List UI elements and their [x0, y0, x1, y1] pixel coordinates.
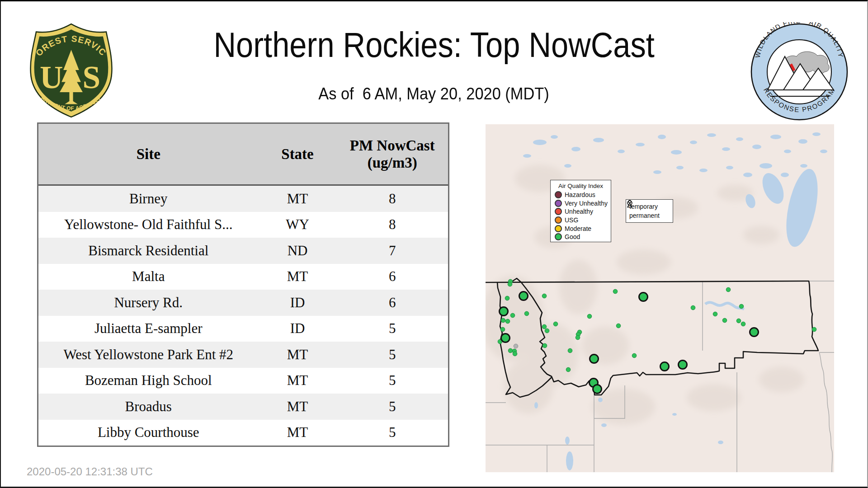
cell-state: MT — [259, 191, 337, 207]
page-subtitle: As of 6 AM, May 20, 2020 (MDT) — [319, 85, 550, 102]
aqi-legend-item: Moderate — [555, 224, 611, 233]
monitor-dot-permanent-good[interactable] — [726, 287, 731, 292]
monitor-dot-permanent-good[interactable] — [566, 367, 571, 372]
cell-value: 8 — [337, 216, 448, 233]
monitor-dot-temporary-good[interactable] — [519, 292, 528, 300]
header-state: State — [259, 145, 337, 163]
cell-state: MT — [259, 268, 337, 285]
aqi-color-dot — [555, 200, 562, 207]
cell-site: Birney — [38, 191, 259, 207]
cell-site: Juliaetta E-sampler — [38, 320, 259, 337]
monitor-dot-permanent-good[interactable] — [736, 319, 741, 323]
monitor-dot-permanent-good[interactable] — [505, 296, 509, 300]
table-row: Juliaetta E-samplerID5 — [38, 316, 448, 342]
monitor-dot-permanent-good[interactable] — [613, 289, 618, 294]
table-row: BroadusMT5 — [38, 394, 448, 420]
monitor-dot-permanent-good[interactable] — [542, 343, 547, 348]
table-header-row: Site State PM NowCast (ug/m3) — [38, 124, 448, 186]
nowcast-table: Site State PM NowCast (ug/m3) BirneyMT8Y… — [37, 122, 449, 447]
monitor-dot-permanent-good[interactable] — [524, 311, 529, 316]
cell-site: Libby Courthouse — [38, 424, 259, 441]
region-map: Air Quality Index HazardousVery Unhealth… — [486, 124, 834, 472]
table-row: Yellowstone- Old Faithful S...WY8 — [38, 212, 448, 238]
table-row: Nursery Rd.ID6 — [38, 290, 448, 316]
cell-state: ID — [259, 295, 337, 311]
cell-site: West Yellowstone Park Ent #2 — [38, 347, 259, 363]
report-page: FOREST SERVICE DEPARTMENT OF AGRICULTURE… — [0, 0, 868, 488]
monitor-dot-permanent-good[interactable] — [553, 322, 558, 326]
cell-value: 6 — [337, 268, 448, 285]
legend-row-permanent: permanent — [629, 211, 673, 220]
aqi-color-dot — [555, 233, 562, 240]
monitor-dot-inactive[interactable] — [514, 344, 518, 348]
table-row: MaltaMT6 — [38, 264, 448, 290]
cell-state: MT — [259, 399, 337, 415]
monitor-dot-temporary-good[interactable] — [590, 355, 599, 363]
cell-site: Malta — [38, 268, 259, 285]
monitor-dot-permanent-good[interactable] — [587, 314, 592, 319]
monitor-dot-permanent-good[interactable] — [505, 319, 510, 324]
aqi-color-dot — [555, 225, 562, 232]
monitor-dot-permanent-good[interactable] — [500, 327, 505, 332]
monitor-dot-temporary-good[interactable] — [679, 361, 687, 369]
table-body: BirneyMT8Yellowstone- Old Faithful S...W… — [38, 186, 448, 446]
monitor-dot-permanent-good[interactable] — [691, 305, 695, 310]
monitor-dot-permanent-good[interactable] — [542, 294, 547, 298]
monitor-dot-temporary-good[interactable] — [593, 385, 602, 394]
monitor-dot-permanent-good[interactable] — [576, 335, 580, 340]
aqi-legend-item: USG — [555, 216, 611, 225]
cell-value: 7 — [337, 243, 448, 259]
monitor-dot-permanent-good[interactable] — [616, 324, 621, 328]
monitor-dot-permanent-good[interactable] — [632, 353, 637, 358]
cell-state: MT — [259, 372, 337, 389]
monitor-dot-permanent-good[interactable] — [713, 312, 717, 316]
cell-value: 5 — [337, 320, 448, 337]
table-row: BirneyMT8 — [38, 186, 448, 212]
monitor-dot-permanent-good[interactable] — [508, 348, 513, 353]
monitor-dot-permanent-good[interactable] — [545, 328, 549, 333]
page-title: Northern Rockies: Top NowCast — [213, 27, 654, 62]
monitor-type-legend: temporary permanent — [626, 199, 673, 223]
monitor-dot-permanent-good[interactable] — [568, 348, 572, 353]
monitor-dot-permanent-good[interactable] — [508, 282, 512, 286]
monitor-dot-temporary-good[interactable] — [639, 293, 648, 301]
cell-state: WY — [259, 216, 337, 233]
aqi-legend: Air Quality Index HazardousVery Unhealth… — [550, 180, 611, 242]
wfaqrp-logo: WILDLAND FIRE • AIR QUALITY RESPONSE PRO… — [750, 22, 849, 122]
monitor-dot-temporary-good[interactable] — [750, 328, 759, 337]
monitor-dot-permanent-good[interactable] — [542, 324, 547, 329]
cell-site: Bismarck Residential — [38, 243, 259, 259]
cell-value: 5 — [337, 347, 448, 363]
table-row: Bozeman High SchoolMT5 — [38, 368, 448, 394]
monitor-dot-permanent-good[interactable] — [812, 327, 816, 332]
cell-site: Yellowstone- Old Faithful S... — [38, 216, 259, 233]
permanent-label: permanent — [629, 212, 660, 219]
cell-value: 8 — [337, 191, 448, 207]
cell-state: MT — [259, 424, 337, 441]
table-row: Libby CourthouseMT5 — [38, 420, 448, 446]
legend-row-temporary: temporary — [629, 202, 673, 211]
table-row: Bismarck ResidentialND7 — [38, 238, 448, 264]
cell-site: Bozeman High School — [38, 372, 259, 389]
aqi-legend-item: Unhealthy — [555, 207, 611, 216]
cell-state: ID — [259, 320, 337, 337]
generation-timestamp: 2020-05-20 12:31:38 UTC — [27, 465, 153, 478]
monitor-dot-temporary-good[interactable] — [501, 334, 510, 343]
aqi-legend-items: HazardousVery UnhealthyUnhealthyUSGModer… — [551, 191, 611, 241]
cell-site: Broadus — [38, 399, 259, 415]
monitor-dot-permanent-good[interactable] — [501, 318, 505, 323]
monitor-dot-permanent-good[interactable] — [739, 304, 744, 309]
cell-value: 5 — [337, 399, 448, 415]
monitor-dot-permanent-good[interactable] — [513, 352, 517, 356]
aqi-legend-label: Very Unhealthy — [565, 200, 608, 207]
monitor-dot-temporary-good[interactable] — [500, 307, 508, 316]
monitor-dot-permanent-good[interactable] — [741, 322, 745, 326]
cell-value: 5 — [337, 424, 448, 441]
monitor-dot-temporary-good[interactable] — [660, 362, 669, 371]
aqi-legend-label: Good — [565, 233, 580, 240]
cell-state: MT — [259, 347, 337, 363]
monitor-dot-permanent-good[interactable] — [722, 318, 727, 323]
aqi-legend-label: USG — [565, 216, 578, 224]
monitor-dot-permanent-good[interactable] — [510, 313, 515, 318]
cell-state: ND — [259, 243, 337, 259]
